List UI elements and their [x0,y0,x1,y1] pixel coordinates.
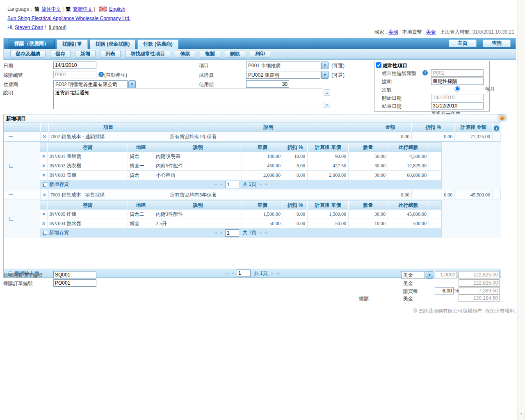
logout-link[interactable]: [Logout] [49,25,66,30]
po-info-icon[interactable]: i [98,72,104,77]
purchaser-optional-note: (可選) [331,72,345,79]
scroll-down-icon[interactable]: ▼ [324,102,330,108]
last-page-icon[interactable]: ►| [265,231,268,235]
page-input[interactable] [237,269,251,277]
group-discount: 0.00 [412,132,455,141]
group-calc-amount: 77,325.00 [455,132,493,141]
inventory-header-row: 存貨 地區 說明 單價 折扣 % 計算後 單價 數量 此行總數 [40,143,441,152]
lang-simplified-link[interactable]: 简体中文 [41,6,61,12]
date-input[interactable] [53,62,96,69]
last-page-icon[interactable]: ►| [265,183,268,186]
end-date-input[interactable] [431,102,484,110]
project-select[interactable]: P001 市場推廣 ▼ [246,62,329,69]
copy-button[interactable]: 複製 [200,50,220,58]
purchaser-select[interactable]: PU002 陳震明 ▼ [246,71,329,79]
add-inventory-link[interactable]: 新增存貨 [49,181,69,188]
group-discount: 0.00 [412,190,455,199]
prev-page-icon[interactable]: ◄ [231,272,234,275]
currency-dropdown-icon[interactable]: ▼ [426,271,433,279]
add-inventory-link[interactable]: 新增存貨 [49,229,69,236]
delete-inventory-icon[interactable]: ✕ [40,152,48,161]
page-input[interactable] [225,181,239,188]
description-textarea[interactable]: 送貨前電話通知 [53,89,323,109]
next-page-icon[interactable]: ► [259,183,262,186]
items-empty-area [4,238,501,269]
collapse-section-button[interactable]: ▲ [498,114,507,121]
currency-select[interactable]: 美金 ▼ [401,271,433,279]
supplier-select[interactable]: S002 明德電器生產有限公司 ▼ [53,80,136,88]
company-link[interactable]: Sun Shing Electrical Appliance Wholesale… [7,16,130,21]
lang-english-link[interactable]: English [109,6,125,12]
inventory-row: ✕ INV001 電飯煲 貨倉一 內附說明書 100.00 10.00 90.0… [40,152,441,161]
first-page-icon[interactable]: |◄ [225,272,228,275]
delete-inventory-icon[interactable]: ✕ [40,210,48,219]
traditional-glyph: 繁 [66,6,71,12]
collapse-group-icon[interactable] [9,194,13,195]
scrollbar-down-icon[interactable]: ▼ [518,410,525,418]
save-button[interactable]: 儲存 [50,50,71,58]
home-button[interactable]: 主頁 [449,39,477,47]
print-button[interactable]: 列印 [250,50,270,58]
supplier-quote-input[interactable] [53,271,96,278]
prev-page-icon[interactable]: ◄ [219,231,222,235]
items-info-icon[interactable]: i [494,126,499,131]
supplier-dropdown-icon[interactable]: ▼ [128,80,136,88]
country-link[interactable]: 美國 [388,29,398,35]
freq-monthly-radio[interactable] [431,86,484,91]
tab-purchase-supplier[interactable]: 採購（供應商） [9,39,55,49]
delete-inventory-icon[interactable]: ✕ [40,219,48,228]
local-subtotal-currency-label: 美金 [403,280,413,287]
inventory-footer-bar: 新增存貨 |◄ ◄ 共 1頁 ► ►| [40,180,441,189]
scroll-up-icon[interactable]: ▲ [324,89,330,96]
query-button[interactable]: 查詢 [483,39,511,47]
project-dropdown-icon[interactable]: ▼ [321,62,329,69]
credit-period-input[interactable] [246,80,289,88]
description-scrollbar[interactable]: ▲ ▼ [324,89,331,108]
first-page-icon[interactable]: |◄ [214,231,217,235]
tab-payment-supplier[interactable]: 付款 (供應商) [137,39,178,49]
recurring-type-info-icon[interactable]: i [422,70,428,75]
recurring-desc-input[interactable] [431,78,484,85]
country-label: 國家 : [374,29,387,35]
voucher-button[interactable]: 傳票 [175,50,195,58]
purchaser-dropdown-icon[interactable]: ▼ [321,71,329,79]
user-link[interactable]: Steven Chan [15,25,43,30]
save-and-continue-button[interactable]: 儲存及繼續 [10,50,46,58]
tax-rate-input[interactable] [435,287,454,294]
next-page-icon[interactable]: ► [271,272,274,275]
description-link[interactable]: 說明 [3,89,13,96]
purchase-tax-label: 購買稅 [403,288,418,295]
items-header-row: 項目 說明 金額 折扣 % 計算後 金額 i [4,123,501,132]
delete-button[interactable]: 刪除 [225,50,245,58]
inventory-pager: |◄ ◄ 共 1頁 ► ►| [212,229,269,237]
group-calc-amount: 45,500.00 [455,190,493,199]
delete-inventory-icon[interactable]: ✕ [40,161,48,170]
purchase-order-input[interactable] [53,279,96,287]
list-button[interactable]: 列表 [100,50,121,58]
lang-traditional-link[interactable]: 繁體中文 [73,6,93,12]
group-item-name: 7003 銷售成本 - 零售採購 [49,190,169,199]
freq-monthly-label: 每月 [485,86,495,92]
page-scrollbar[interactable]: ▼ [517,0,525,420]
prev-page-icon[interactable]: ◄ [219,183,222,186]
next-page-icon[interactable]: ► [259,231,262,235]
page-input[interactable] [225,229,239,237]
last-page-icon[interactable]: ►| [276,272,279,275]
find-recurring-button[interactable]: 尋找經常性項目 [125,50,170,58]
tab-purchase-order[interactable]: 採購訂單 [57,39,88,49]
col-unit-price: 單價 [242,143,283,152]
local-currency-link[interactable]: 美金 [426,29,436,35]
group-item-name: 7002 銷售成本 - 速銷採購 [49,132,169,141]
collapse-group-icon[interactable] [9,136,13,137]
items-section: 新增項目 ▲ 項目 說明 金額 折扣 % 計算後 金額 i ✕ 7002 銷售成… [3,114,501,278]
sub-level-icon [9,217,13,221]
delete-group-icon[interactable]: ✕ [41,132,49,141]
first-page-icon[interactable]: |◄ [214,183,217,186]
tab-purchase-cash[interactable]: 採購 (現金採購) [90,39,135,49]
simplified-glyph: 简 [34,6,39,12]
delete-inventory-icon[interactable]: ✕ [40,171,48,180]
supplier-label: 供應商 [3,81,18,88]
recurring-checkbox[interactable] [376,62,381,68]
delete-group-icon[interactable]: ✕ [41,190,49,199]
add-button[interactable]: 新增 [75,50,96,58]
